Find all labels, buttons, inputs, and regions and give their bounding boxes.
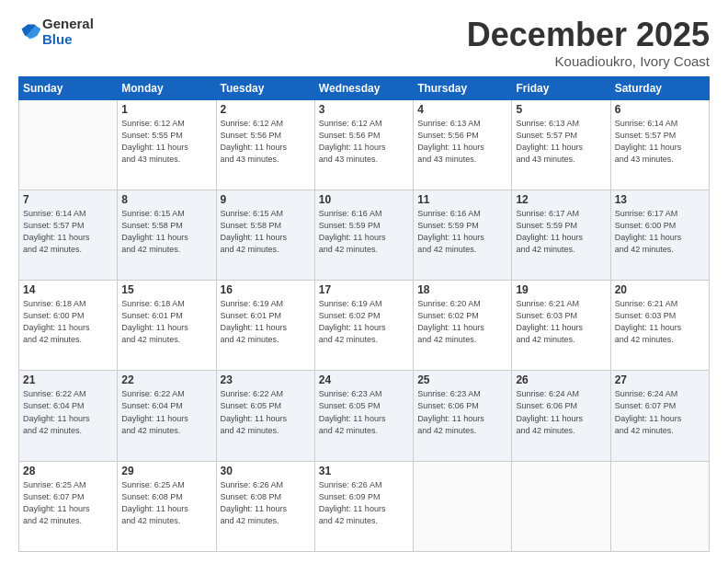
day-info: Sunrise: 6:15 AMSunset: 5:58 PMDaylight:… bbox=[221, 208, 311, 256]
day-info: Sunrise: 6:26 AMSunset: 6:08 PMDaylight:… bbox=[221, 479, 311, 527]
day-number: 29 bbox=[121, 465, 211, 477]
calendar-cell: 19Sunrise: 6:21 AMSunset: 6:03 PMDayligh… bbox=[512, 281, 610, 371]
day-number: 2 bbox=[221, 103, 311, 116]
day-number: 24 bbox=[319, 373, 409, 386]
day-number: 23 bbox=[221, 373, 311, 386]
day-info: Sunrise: 6:14 AMSunset: 5:57 PMDaylight:… bbox=[23, 208, 113, 256]
day-info: Sunrise: 6:21 AMSunset: 6:03 PMDaylight:… bbox=[615, 298, 705, 346]
day-info: Sunrise: 6:22 AMSunset: 6:04 PMDaylight:… bbox=[121, 388, 211, 436]
day-info: Sunrise: 6:23 AMSunset: 6:05 PMDaylight:… bbox=[319, 388, 409, 436]
calendar-cell: 31Sunrise: 6:26 AMSunset: 6:09 PMDayligh… bbox=[314, 461, 413, 551]
day-header-saturday: Saturday bbox=[610, 76, 709, 99]
calendar-cell: 30Sunrise: 6:26 AMSunset: 6:08 PMDayligh… bbox=[216, 461, 314, 551]
calendar-week-row: 14Sunrise: 6:18 AMSunset: 6:00 PMDayligh… bbox=[19, 281, 710, 371]
calendar-cell: 14Sunrise: 6:18 AMSunset: 6:00 PMDayligh… bbox=[19, 281, 118, 371]
day-number: 22 bbox=[121, 373, 211, 386]
day-number: 9 bbox=[221, 193, 311, 206]
logo-general: General bbox=[42, 16, 94, 31]
calendar-cell: 6Sunrise: 6:14 AMSunset: 5:57 PMDaylight… bbox=[610, 99, 709, 190]
logo-blue: Blue bbox=[42, 31, 73, 47]
calendar-cell: 29Sunrise: 6:25 AMSunset: 6:08 PMDayligh… bbox=[118, 461, 216, 551]
calendar-cell bbox=[610, 461, 709, 551]
day-number: 4 bbox=[417, 103, 507, 116]
day-info: Sunrise: 6:22 AMSunset: 6:04 PMDaylight:… bbox=[23, 388, 113, 436]
page: General Blue December 2025 Kouadioukro, … bbox=[0, 0, 728, 563]
day-number: 14 bbox=[23, 283, 113, 296]
day-info: Sunrise: 6:16 AMSunset: 5:59 PMDaylight:… bbox=[417, 208, 507, 256]
day-info: Sunrise: 6:19 AMSunset: 6:02 PMDaylight:… bbox=[319, 298, 409, 346]
calendar-cell bbox=[512, 461, 610, 551]
day-info: Sunrise: 6:24 AMSunset: 6:06 PMDaylight:… bbox=[516, 388, 606, 436]
calendar-cell: 27Sunrise: 6:24 AMSunset: 6:07 PMDayligh… bbox=[610, 371, 709, 461]
day-info: Sunrise: 6:25 AMSunset: 6:08 PMDaylight:… bbox=[121, 479, 211, 527]
calendar-cell: 28Sunrise: 6:25 AMSunset: 6:07 PMDayligh… bbox=[19, 461, 118, 551]
day-number: 25 bbox=[417, 373, 507, 386]
calendar-cell: 17Sunrise: 6:19 AMSunset: 6:02 PMDayligh… bbox=[314, 281, 413, 371]
calendar-cell: 25Sunrise: 6:23 AMSunset: 6:06 PMDayligh… bbox=[414, 371, 512, 461]
day-info: Sunrise: 6:13 AMSunset: 5:57 PMDaylight:… bbox=[516, 118, 606, 166]
day-header-monday: Monday bbox=[118, 76, 216, 99]
day-number: 27 bbox=[615, 373, 705, 386]
calendar-cell: 13Sunrise: 6:17 AMSunset: 6:00 PMDayligh… bbox=[610, 190, 709, 280]
calendar-cell: 9Sunrise: 6:15 AMSunset: 5:58 PMDaylight… bbox=[216, 190, 314, 280]
header: General Blue December 2025 Kouadioukro, … bbox=[18, 17, 710, 69]
calendar-cell: 20Sunrise: 6:21 AMSunset: 6:03 PMDayligh… bbox=[610, 281, 709, 371]
calendar-cell: 3Sunrise: 6:12 AMSunset: 5:56 PMDaylight… bbox=[314, 99, 413, 190]
calendar-cell: 1Sunrise: 6:12 AMSunset: 5:55 PMDaylight… bbox=[118, 99, 216, 190]
day-info: Sunrise: 6:13 AMSunset: 5:56 PMDaylight:… bbox=[417, 118, 507, 166]
calendar-cell: 16Sunrise: 6:19 AMSunset: 6:01 PMDayligh… bbox=[216, 281, 314, 371]
day-number: 8 bbox=[121, 193, 211, 206]
day-info: Sunrise: 6:16 AMSunset: 5:59 PMDaylight:… bbox=[319, 208, 409, 256]
calendar-week-row: 7Sunrise: 6:14 AMSunset: 5:57 PMDaylight… bbox=[19, 190, 710, 280]
calendar-cell: 2Sunrise: 6:12 AMSunset: 5:56 PMDaylight… bbox=[216, 99, 314, 190]
calendar-cell: 5Sunrise: 6:13 AMSunset: 5:57 PMDaylight… bbox=[512, 99, 610, 190]
day-number: 15 bbox=[121, 283, 211, 296]
day-header-wednesday: Wednesday bbox=[314, 76, 413, 99]
calendar-cell: 7Sunrise: 6:14 AMSunset: 5:57 PMDaylight… bbox=[19, 190, 118, 280]
day-header-tuesday: Tuesday bbox=[216, 76, 314, 99]
calendar-cell: 21Sunrise: 6:22 AMSunset: 6:04 PMDayligh… bbox=[19, 371, 118, 461]
day-header-thursday: Thursday bbox=[414, 76, 512, 99]
day-number: 28 bbox=[23, 465, 113, 477]
day-number: 5 bbox=[516, 103, 606, 116]
day-header-sunday: Sunday bbox=[19, 76, 118, 99]
day-info: Sunrise: 6:12 AMSunset: 5:56 PMDaylight:… bbox=[221, 118, 311, 166]
calendar-week-row: 21Sunrise: 6:22 AMSunset: 6:04 PMDayligh… bbox=[19, 371, 710, 461]
day-info: Sunrise: 6:20 AMSunset: 6:02 PMDaylight:… bbox=[417, 298, 507, 346]
day-number: 30 bbox=[221, 465, 311, 477]
calendar-table: SundayMondayTuesdayWednesdayThursdayFrid… bbox=[18, 76, 710, 552]
calendar-title: December 2025 bbox=[467, 17, 710, 53]
day-info: Sunrise: 6:12 AMSunset: 5:55 PMDaylight:… bbox=[121, 118, 211, 166]
day-info: Sunrise: 6:21 AMSunset: 6:03 PMDaylight:… bbox=[516, 298, 606, 346]
logo: General Blue bbox=[18, 17, 94, 47]
logo-text: General Blue bbox=[42, 17, 94, 47]
calendar-cell bbox=[414, 461, 512, 551]
day-info: Sunrise: 6:17 AMSunset: 5:59 PMDaylight:… bbox=[516, 208, 606, 256]
calendar-cell bbox=[19, 99, 118, 190]
calendar-cell: 4Sunrise: 6:13 AMSunset: 5:56 PMDaylight… bbox=[414, 99, 512, 190]
day-number: 18 bbox=[417, 283, 507, 296]
calendar-cell: 23Sunrise: 6:22 AMSunset: 6:05 PMDayligh… bbox=[216, 371, 314, 461]
title-block: December 2025 Kouadioukro, Ivory Coast bbox=[467, 17, 710, 69]
day-info: Sunrise: 6:14 AMSunset: 5:57 PMDaylight:… bbox=[615, 118, 705, 166]
day-number: 11 bbox=[417, 193, 507, 206]
calendar-cell: 11Sunrise: 6:16 AMSunset: 5:59 PMDayligh… bbox=[414, 190, 512, 280]
calendar-cell: 22Sunrise: 6:22 AMSunset: 6:04 PMDayligh… bbox=[118, 371, 216, 461]
day-number: 10 bbox=[319, 193, 409, 206]
calendar-cell: 18Sunrise: 6:20 AMSunset: 6:02 PMDayligh… bbox=[414, 281, 512, 371]
day-number: 16 bbox=[221, 283, 311, 296]
day-info: Sunrise: 6:19 AMSunset: 6:01 PMDaylight:… bbox=[221, 298, 311, 346]
calendar-cell: 15Sunrise: 6:18 AMSunset: 6:01 PMDayligh… bbox=[118, 281, 216, 371]
day-number: 20 bbox=[615, 283, 705, 296]
day-info: Sunrise: 6:15 AMSunset: 5:58 PMDaylight:… bbox=[121, 208, 211, 256]
day-number: 17 bbox=[319, 283, 409, 296]
logo-icon bbox=[18, 21, 40, 43]
day-info: Sunrise: 6:18 AMSunset: 6:00 PMDaylight:… bbox=[23, 298, 113, 346]
calendar-cell: 8Sunrise: 6:15 AMSunset: 5:58 PMDaylight… bbox=[118, 190, 216, 280]
day-number: 3 bbox=[319, 103, 409, 116]
calendar-week-row: 1Sunrise: 6:12 AMSunset: 5:55 PMDaylight… bbox=[19, 99, 710, 190]
day-number: 6 bbox=[615, 103, 705, 116]
day-number: 31 bbox=[319, 465, 409, 477]
day-number: 21 bbox=[23, 373, 113, 386]
day-number: 26 bbox=[516, 373, 606, 386]
